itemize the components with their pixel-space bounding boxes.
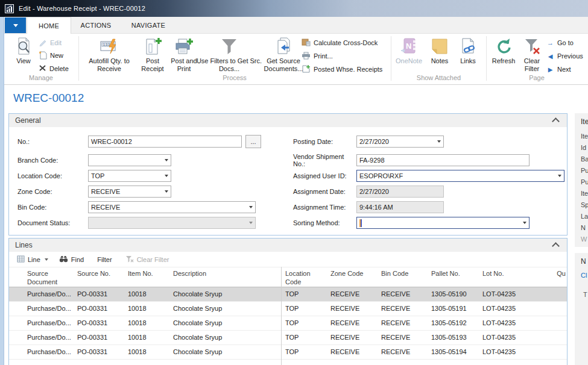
- general-fasttab: General No.: WREC-00012 ... Branch Code:…: [8, 113, 567, 236]
- group-label-show-attached: Show Attached: [392, 74, 485, 81]
- branch-code-dropdown[interactable]: [88, 154, 171, 166]
- lines-toolbar: Line Find Filter Clear Filter: [9, 252, 567, 267]
- find-button[interactable]: Find: [59, 255, 84, 264]
- factbox-item: Ite: [581, 131, 588, 142]
- go-to-arrow-icon: →: [546, 39, 554, 46]
- factbox-title: N: [581, 257, 588, 266]
- notes-text: T: [583, 291, 588, 298]
- collapse-chevron-icon[interactable]: [552, 242, 560, 250]
- previous-button[interactable]: ◀ Previous: [546, 51, 583, 61]
- sorting-method-dropdown[interactable]: [356, 217, 530, 229]
- table-row[interactable]: Purchase/Do... PO-00331 10018 Chocolate …: [9, 302, 567, 316]
- post-receipt-icon: [143, 36, 162, 57]
- autofill-calculator-icon: 1,3,3,3: [98, 36, 120, 57]
- posting-date-dropdown[interactable]: 2/27/2020: [356, 136, 444, 148]
- field-location-code: Location Code: TOP: [17, 168, 261, 184]
- line-menu-button[interactable]: Line: [17, 255, 48, 264]
- use-filters-button[interactable]: Use Filters to Get Src. Docs...: [195, 36, 263, 73]
- collapse-chevron-icon[interactable]: [552, 117, 560, 125]
- application-menu-button[interactable]: [5, 17, 26, 33]
- factbox-item: Sp: [581, 199, 588, 211]
- table-row[interactable]: Purchase/Do... PO-00331 10018 Chocolate …: [9, 331, 567, 345]
- group-label-process: Process: [81, 74, 388, 81]
- pencil-icon: [39, 38, 47, 48]
- notes-button[interactable]: Notes: [426, 36, 453, 65]
- clear-filter-lines-button: Clear Filter: [125, 255, 169, 264]
- view-button[interactable]: View: [10, 36, 37, 65]
- document-status-dropdown: [88, 217, 256, 229]
- group-separator: [486, 36, 487, 81]
- column-header[interactable]: Zone Code: [330, 269, 376, 278]
- item-details-factbox: Ite Ite Id Ba Pu Pu Ite Sp La N W: [575, 113, 588, 247]
- go-to-button[interactable]: → Go to: [546, 37, 574, 48]
- calculate-cross-dock-button[interactable]: Calculate Cross-Dock: [302, 37, 378, 48]
- column-header[interactable]: Source No.: [77, 269, 123, 278]
- general-left-column: No.: WREC-00012 ... Branch Code: Locatio…: [17, 134, 261, 231]
- printer-plus-icon: [174, 36, 194, 57]
- factbox-item: N: [581, 222, 588, 234]
- lines-header[interactable]: Lines: [9, 239, 567, 252]
- tab-actions[interactable]: ACTIONS: [71, 17, 121, 34]
- factbox-item: W: [581, 234, 588, 245]
- table-row[interactable]: Purchase/Do... PO-00331 10018 Chocolate …: [9, 345, 567, 360]
- column-header[interactable]: Description: [173, 269, 277, 278]
- group-label-page: Page: [488, 74, 585, 81]
- lines-table: Source Document Source No. Item No. Desc…: [9, 267, 567, 360]
- clear-filter-icon: [523, 36, 541, 57]
- tab-home[interactable]: HOME: [27, 17, 71, 34]
- column-header[interactable]: Item No.: [128, 269, 168, 278]
- field-zone-code: Zone Code: RECEIVE: [17, 184, 261, 199]
- table-row[interactable]: Purchase/Do... PO-00331 10018 Chocolate …: [9, 316, 567, 331]
- delete-button[interactable]: Delete: [39, 63, 69, 74]
- dropdown-caret-icon: [249, 222, 253, 224]
- vendor-shipment-no-input[interactable]: FA-9298: [356, 154, 530, 166]
- group-label-manage: Manage: [5, 74, 77, 81]
- field-vendor-shipment-no: Vendor Shipment No.: FA-9298: [293, 152, 564, 168]
- link-chain-icon: [459, 36, 477, 57]
- get-source-documents-button[interactable]: Get Source Documents...: [264, 36, 303, 73]
- binoculars-icon: [59, 255, 68, 264]
- tab-navigate[interactable]: NAVIGATE: [121, 17, 176, 34]
- notes-link[interactable]: Cl: [581, 272, 588, 279]
- factbox-item: Ite: [581, 188, 588, 199]
- sticky-note-icon: [431, 36, 449, 57]
- column-header[interactable]: Pallet No.: [431, 269, 478, 278]
- text-cursor: [359, 219, 362, 227]
- new-button[interactable]: New: [39, 50, 63, 61]
- warehouse-receipt-window: Edit - Warehouse Receipt - WREC-00012 HO…: [0, 0, 588, 365]
- location-code-dropdown[interactable]: TOP: [88, 170, 171, 182]
- bin-code-dropdown[interactable]: RECEIVE: [88, 201, 256, 213]
- column-header[interactable]: Source Document: [27, 269, 73, 286]
- assist-edit-button[interactable]: ...: [245, 135, 261, 148]
- no-input[interactable]: WREC-00012: [88, 136, 242, 148]
- assignment-date-input: 2/27/2020: [356, 186, 444, 198]
- column-header[interactable]: Location Code: [285, 269, 325, 286]
- post-receipt-button[interactable]: Post Receipt: [139, 36, 166, 73]
- table-row[interactable]: Purchase/Do... PO-00331 10018 Chocolate …: [9, 287, 567, 302]
- posted-whse-receipts-button[interactable]: Posted Whse. Receipts: [302, 64, 382, 75]
- column-header[interactable]: Qu: [530, 269, 566, 278]
- filter-button[interactable]: Filter: [97, 256, 112, 263]
- zone-code-dropdown[interactable]: RECEIVE: [88, 186, 171, 198]
- delete-x-icon: [39, 64, 46, 73]
- app-chart-icon: [5, 4, 14, 13]
- print-button[interactable]: Print...: [302, 51, 333, 61]
- previous-arrow-icon: ◀: [546, 53, 554, 60]
- lines-table-header: Source Document Source No. Item No. Desc…: [9, 267, 567, 287]
- links-button[interactable]: Links: [455, 36, 481, 65]
- assigned-user-id-dropdown[interactable]: ESOPRO\RXF: [356, 170, 564, 182]
- title-bar: Edit - Warehouse Receipt - WREC-00012: [0, 0, 588, 17]
- autofill-qty-button[interactable]: 1,3,3,3 Autofill Qty. to Receive: [81, 36, 138, 73]
- svg-text:N: N: [406, 42, 411, 51]
- window-title: Edit - Warehouse Receipt - WREC-00012: [19, 5, 145, 12]
- clear-filter-button[interactable]: Clear Filter: [519, 36, 545, 73]
- general-header[interactable]: General: [9, 114, 567, 127]
- page-title: WREC-00012: [13, 92, 84, 105]
- dropdown-caret-icon: [437, 140, 441, 143]
- dropdown-caret-icon: [523, 222, 526, 224]
- column-header[interactable]: Bin Code: [381, 269, 425, 278]
- cross-dock-icon: [302, 38, 311, 48]
- field-document-status: Document Status:: [17, 215, 261, 231]
- refresh-button[interactable]: Refresh: [489, 36, 518, 65]
- next-button[interactable]: ▶ Next: [546, 64, 571, 75]
